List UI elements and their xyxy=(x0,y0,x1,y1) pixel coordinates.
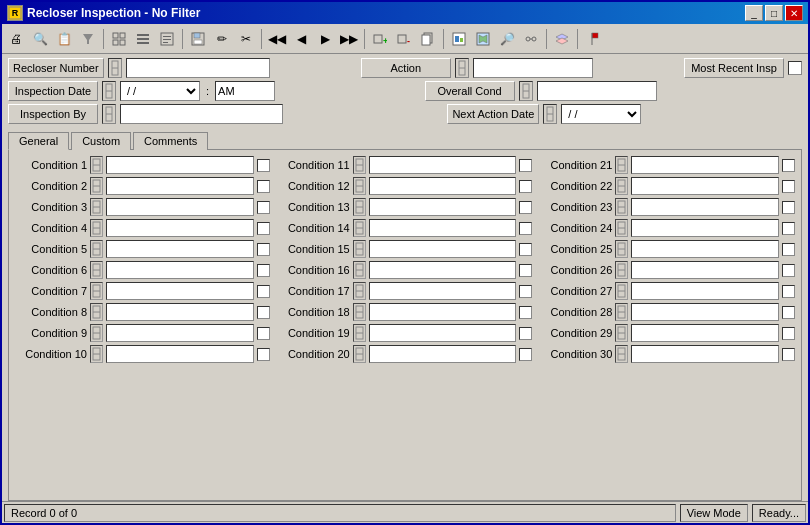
first-button[interactable]: ◀◀ xyxy=(266,28,288,50)
minimize-button[interactable]: _ xyxy=(745,5,763,21)
condition-input[interactable] xyxy=(106,261,254,279)
condition-sep xyxy=(615,177,628,195)
link-button[interactable] xyxy=(520,28,542,50)
insert-button[interactable]: + xyxy=(369,28,391,50)
condition-checkbox[interactable] xyxy=(257,201,270,214)
inspection-date-label: Inspection Date xyxy=(8,81,98,101)
condition-label: Condition 21 xyxy=(540,159,612,171)
condition-input[interactable] xyxy=(106,282,254,300)
condition-input[interactable] xyxy=(106,219,254,237)
search-button[interactable]: 🔍 xyxy=(29,28,51,50)
condition-input[interactable] xyxy=(106,324,254,342)
condition-checkbox[interactable] xyxy=(519,306,532,319)
form-button[interactable] xyxy=(156,28,178,50)
condition-input[interactable] xyxy=(106,345,254,363)
condition-input[interactable] xyxy=(369,198,517,216)
condition-checkbox[interactable] xyxy=(257,180,270,193)
inspection-date-select[interactable]: / / xyxy=(120,81,200,101)
condition-checkbox[interactable] xyxy=(519,222,532,235)
condition-input[interactable] xyxy=(106,198,254,216)
condition-checkbox[interactable] xyxy=(782,180,795,193)
condition-checkbox[interactable] xyxy=(782,201,795,214)
condition-checkbox[interactable] xyxy=(257,285,270,298)
condition-input[interactable] xyxy=(106,240,254,258)
condition-checkbox[interactable] xyxy=(519,264,532,277)
prev-button[interactable]: ◀ xyxy=(290,28,312,50)
condition-input[interactable] xyxy=(369,261,517,279)
condition-input[interactable] xyxy=(631,198,779,216)
condition-input[interactable] xyxy=(106,177,254,195)
condition-checkbox[interactable] xyxy=(782,327,795,340)
condition-checkbox[interactable] xyxy=(782,159,795,172)
condition-input[interactable] xyxy=(106,303,254,321)
filter-button[interactable] xyxy=(77,28,99,50)
condition-input[interactable] xyxy=(631,177,779,195)
cut-button[interactable]: ✂ xyxy=(235,28,257,50)
condition-checkbox[interactable] xyxy=(519,159,532,172)
condition-checkbox[interactable] xyxy=(257,327,270,340)
overall-cond-input[interactable] xyxy=(537,81,657,101)
grid-button[interactable] xyxy=(108,28,130,50)
delete-button[interactable]: - xyxy=(393,28,415,50)
save-button[interactable] xyxy=(187,28,209,50)
map-button[interactable] xyxy=(472,28,494,50)
condition-checkbox[interactable] xyxy=(257,243,270,256)
condition-input[interactable] xyxy=(631,240,779,258)
condition-input[interactable] xyxy=(369,219,517,237)
tab-comments[interactable]: Comments xyxy=(133,132,208,150)
condition-checkbox[interactable] xyxy=(519,201,532,214)
condition-checkbox[interactable] xyxy=(782,306,795,319)
condition-input[interactable] xyxy=(369,240,517,258)
condition-checkbox[interactable] xyxy=(257,306,270,319)
condition-checkbox[interactable] xyxy=(519,243,532,256)
edit-button[interactable]: ✏ xyxy=(211,28,233,50)
condition-checkbox[interactable] xyxy=(519,285,532,298)
action-input[interactable] xyxy=(473,58,593,78)
next-button[interactable]: ▶ xyxy=(314,28,336,50)
condition-input[interactable] xyxy=(369,177,517,195)
most-recent-checkbox[interactable] xyxy=(788,61,802,75)
condition-input[interactable] xyxy=(369,282,517,300)
view-button[interactable] xyxy=(132,28,154,50)
close-button[interactable]: ✕ xyxy=(785,5,803,21)
condition-checkbox[interactable] xyxy=(782,285,795,298)
condition-input[interactable] xyxy=(631,345,779,363)
condition-input[interactable] xyxy=(631,324,779,342)
report-button[interactable] xyxy=(448,28,470,50)
condition-checkbox[interactable] xyxy=(519,327,532,340)
condition-input[interactable] xyxy=(631,219,779,237)
condition-checkbox[interactable] xyxy=(782,348,795,361)
condition-checkbox[interactable] xyxy=(257,264,270,277)
condition-input[interactable] xyxy=(631,303,779,321)
condition-checkbox[interactable] xyxy=(782,264,795,277)
next-action-date-select[interactable]: / / xyxy=(561,104,641,124)
condition-checkbox[interactable] xyxy=(519,180,532,193)
condition-checkbox[interactable] xyxy=(257,159,270,172)
condition-input[interactable] xyxy=(369,303,517,321)
zoom-button[interactable]: 🔎 xyxy=(496,28,518,50)
condition-input[interactable] xyxy=(369,345,517,363)
tab-general[interactable]: General xyxy=(8,132,69,150)
last-button[interactable]: ▶▶ xyxy=(338,28,360,50)
copy-button[interactable] xyxy=(417,28,439,50)
condition-checkbox[interactable] xyxy=(257,222,270,235)
clipboard-button[interactable]: 📋 xyxy=(53,28,75,50)
condition-checkbox[interactable] xyxy=(519,348,532,361)
print-button[interactable]: 🖨 xyxy=(5,28,27,50)
condition-input[interactable] xyxy=(106,156,254,174)
maximize-button[interactable]: □ xyxy=(765,5,783,21)
condition-input[interactable] xyxy=(631,261,779,279)
time-input[interactable] xyxy=(215,81,275,101)
condition-checkbox[interactable] xyxy=(257,348,270,361)
condition-checkbox[interactable] xyxy=(782,243,795,256)
condition-checkbox[interactable] xyxy=(782,222,795,235)
condition-input[interactable] xyxy=(631,156,779,174)
condition-input[interactable] xyxy=(369,324,517,342)
recloser-number-input[interactable] xyxy=(126,58,270,78)
tab-custom[interactable]: Custom xyxy=(71,132,131,150)
inspection-by-input[interactable] xyxy=(120,104,283,124)
condition-input[interactable] xyxy=(369,156,517,174)
condition-input[interactable] xyxy=(631,282,779,300)
flag-button[interactable] xyxy=(582,28,604,50)
layers-button[interactable] xyxy=(551,28,573,50)
